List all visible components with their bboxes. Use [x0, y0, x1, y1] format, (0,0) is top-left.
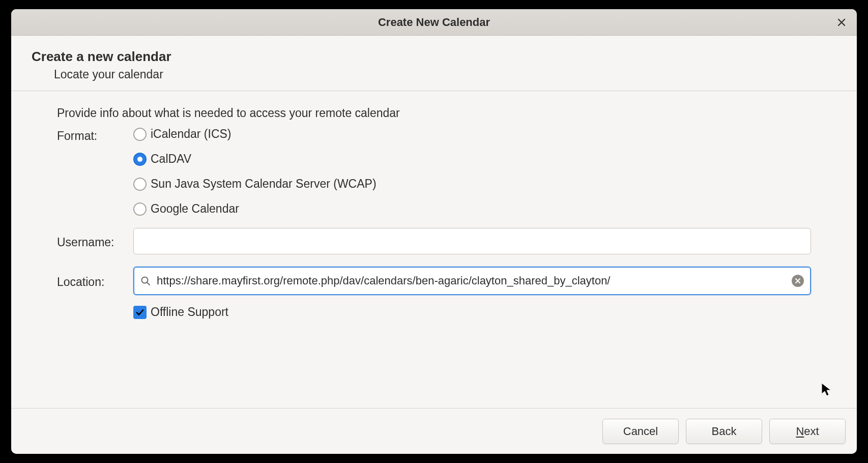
radio-icon	[133, 153, 147, 166]
format-radio-group: iCalendar (ICS) CalDAV Sun Java System C…	[133, 127, 377, 216]
cancel-button[interactable]: Cancel	[602, 419, 679, 444]
location-field[interactable]	[157, 268, 787, 294]
button-label: Back	[712, 425, 737, 438]
svg-point-0	[142, 277, 148, 283]
button-label: Next	[796, 425, 819, 438]
radio-icon	[133, 202, 147, 216]
username-label: Username:	[57, 234, 133, 249]
format-radio-caldav[interactable]: CalDAV	[133, 152, 377, 166]
radio-icon	[133, 128, 147, 141]
offline-row: Offline Support	[57, 305, 811, 319]
format-row: Format: iCalendar (ICS) CalDAV Sun Java …	[57, 127, 811, 216]
dialog-content: Provide info about what is needed to acc…	[11, 91, 857, 408]
checkbox-icon	[133, 306, 147, 319]
location-label: Location:	[57, 273, 133, 289]
page-title: Create a new calendar	[32, 49, 836, 65]
page-subtitle: Locate your calendar	[32, 68, 836, 81]
instructions-text: Provide info about what is needed to acc…	[57, 106, 811, 120]
radio-label: iCalendar (ICS)	[151, 127, 232, 141]
search-icon	[140, 276, 152, 286]
location-row: Location:	[57, 267, 811, 295]
radio-label: Sun Java System Calendar Server (WCAP)	[151, 177, 377, 191]
window-title: Create New Calendar	[378, 16, 490, 29]
radio-label: Google Calendar	[151, 202, 239, 216]
radio-label: CalDAV	[151, 152, 191, 166]
username-field[interactable]	[133, 228, 811, 254]
offline-support-checkbox[interactable]: Offline Support	[133, 305, 228, 319]
location-field-wrapper	[133, 267, 811, 295]
close-icon[interactable]	[835, 16, 848, 28]
next-button[interactable]: Next	[769, 419, 846, 444]
dialog-header: Create a new calendar Locate your calend…	[11, 36, 857, 91]
dialog-window: Create New Calendar Create a new calenda…	[11, 9, 857, 454]
username-row: Username:	[57, 228, 811, 254]
spacer	[57, 305, 133, 307]
format-radio-wcap[interactable]: Sun Java System Calendar Server (WCAP)	[133, 177, 377, 191]
format-radio-icalendar[interactable]: iCalendar (ICS)	[133, 127, 377, 141]
titlebar: Create New Calendar	[11, 9, 857, 36]
format-radio-google[interactable]: Google Calendar	[133, 202, 377, 216]
format-label: Format:	[57, 127, 133, 143]
back-button[interactable]: Back	[686, 419, 762, 444]
dialog-footer: Cancel Back Next	[11, 408, 857, 454]
button-label: Cancel	[623, 425, 658, 438]
clear-icon[interactable]	[792, 275, 804, 287]
checkbox-label: Offline Support	[151, 305, 228, 319]
svg-line-1	[148, 283, 150, 285]
radio-icon	[133, 178, 147, 191]
